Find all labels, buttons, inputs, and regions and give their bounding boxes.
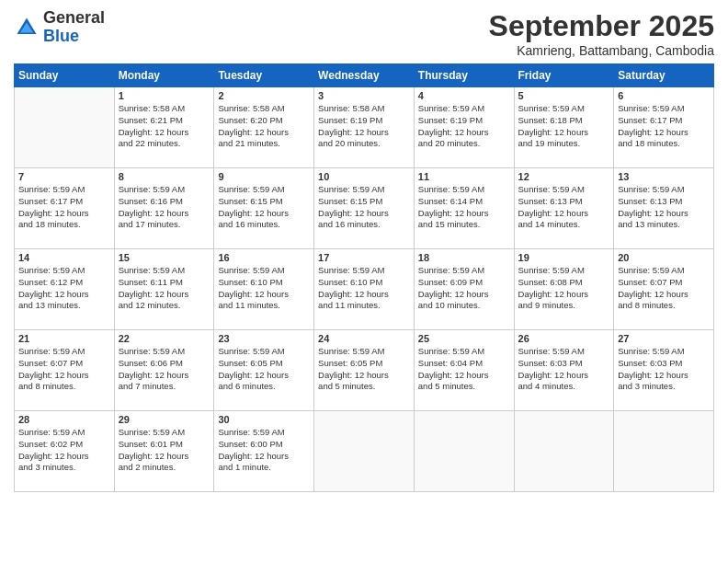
day-number: 28 bbox=[18, 414, 110, 425]
day-cell: 4Sunrise: 5:59 AM Sunset: 6:19 PM Daylig… bbox=[414, 87, 514, 168]
day-cell: 23Sunrise: 5:59 AM Sunset: 6:05 PM Dayli… bbox=[214, 330, 314, 411]
weekday-header-row: SundayMondayTuesdayWednesdayThursdayFrid… bbox=[15, 64, 714, 87]
weekday-wednesday: Wednesday bbox=[314, 64, 415, 87]
day-detail: Sunrise: 5:59 AM Sunset: 6:10 PM Dayligh… bbox=[218, 265, 310, 312]
day-number: 1 bbox=[119, 90, 210, 101]
day-detail: Sunrise: 5:59 AM Sunset: 6:13 PM Dayligh… bbox=[618, 184, 710, 231]
day-cell: 19Sunrise: 5:59 AM Sunset: 6:08 PM Dayli… bbox=[514, 249, 614, 330]
day-detail: Sunrise: 5:59 AM Sunset: 6:14 PM Dayligh… bbox=[418, 184, 510, 231]
day-detail: Sunrise: 5:59 AM Sunset: 6:10 PM Dayligh… bbox=[318, 265, 410, 312]
day-detail: Sunrise: 5:59 AM Sunset: 6:15 PM Dayligh… bbox=[318, 184, 410, 231]
day-detail: Sunrise: 5:59 AM Sunset: 6:11 PM Dayligh… bbox=[119, 265, 210, 312]
weekday-tuesday: Tuesday bbox=[214, 64, 314, 87]
weekday-sunday: Sunday bbox=[15, 64, 115, 87]
day-number: 18 bbox=[418, 252, 510, 263]
day-cell: 9Sunrise: 5:59 AM Sunset: 6:15 PM Daylig… bbox=[214, 168, 314, 249]
day-number: 22 bbox=[119, 333, 210, 344]
week-row-4: 21Sunrise: 5:59 AM Sunset: 6:07 PM Dayli… bbox=[15, 330, 714, 411]
day-cell: 3Sunrise: 5:58 AM Sunset: 6:19 PM Daylig… bbox=[314, 87, 415, 168]
day-detail: Sunrise: 5:59 AM Sunset: 6:15 PM Dayligh… bbox=[218, 184, 310, 231]
month-title: September 2025 bbox=[489, 9, 714, 43]
day-cell: 10Sunrise: 5:59 AM Sunset: 6:15 PM Dayli… bbox=[314, 168, 415, 249]
calendar-table: SundayMondayTuesdayWednesdayThursdayFrid… bbox=[14, 63, 714, 492]
page: General Blue September 2025 Kamrieng, Ba… bbox=[0, 0, 728, 563]
day-cell: 18Sunrise: 5:59 AM Sunset: 6:09 PM Dayli… bbox=[414, 249, 514, 330]
day-detail: Sunrise: 5:59 AM Sunset: 6:17 PM Dayligh… bbox=[618, 103, 710, 150]
day-cell: 7Sunrise: 5:59 AM Sunset: 6:17 PM Daylig… bbox=[15, 168, 115, 249]
day-cell: 2Sunrise: 5:58 AM Sunset: 6:20 PM Daylig… bbox=[214, 87, 314, 168]
day-number: 17 bbox=[318, 252, 410, 263]
day-number: 19 bbox=[518, 252, 610, 263]
day-cell: 17Sunrise: 5:59 AM Sunset: 6:10 PM Dayli… bbox=[314, 249, 415, 330]
day-cell: 26Sunrise: 5:59 AM Sunset: 6:03 PM Dayli… bbox=[514, 330, 614, 411]
day-number: 21 bbox=[18, 333, 110, 344]
day-number: 3 bbox=[318, 90, 410, 101]
day-number: 30 bbox=[218, 414, 310, 425]
day-cell: 21Sunrise: 5:59 AM Sunset: 6:07 PM Dayli… bbox=[15, 330, 115, 411]
day-cell: 30Sunrise: 5:59 AM Sunset: 6:00 PM Dayli… bbox=[214, 411, 314, 492]
day-detail: Sunrise: 5:59 AM Sunset: 6:04 PM Dayligh… bbox=[418, 346, 510, 393]
location: Kamrieng, Battambang, Cambodia bbox=[489, 43, 714, 58]
day-cell: 1Sunrise: 5:58 AM Sunset: 6:21 PM Daylig… bbox=[114, 87, 214, 168]
day-detail: Sunrise: 5:59 AM Sunset: 6:07 PM Dayligh… bbox=[618, 265, 710, 312]
day-number: 7 bbox=[18, 171, 110, 182]
day-number: 24 bbox=[318, 333, 410, 344]
day-number: 16 bbox=[218, 252, 310, 263]
day-cell: 8Sunrise: 5:59 AM Sunset: 6:16 PM Daylig… bbox=[114, 168, 214, 249]
day-detail: Sunrise: 5:59 AM Sunset: 6:19 PM Dayligh… bbox=[418, 103, 510, 150]
logo: General Blue bbox=[14, 9, 105, 46]
logo-text: General Blue bbox=[43, 9, 105, 46]
day-cell bbox=[414, 411, 514, 492]
day-number: 4 bbox=[418, 90, 510, 101]
day-cell bbox=[15, 87, 115, 168]
day-detail: Sunrise: 5:58 AM Sunset: 6:21 PM Dayligh… bbox=[119, 103, 210, 150]
day-cell: 20Sunrise: 5:59 AM Sunset: 6:07 PM Dayli… bbox=[614, 249, 714, 330]
logo-general: General bbox=[43, 9, 105, 28]
day-cell: 5Sunrise: 5:59 AM Sunset: 6:18 PM Daylig… bbox=[514, 87, 614, 168]
day-detail: Sunrise: 5:59 AM Sunset: 6:02 PM Dayligh… bbox=[18, 427, 110, 474]
logo-blue: Blue bbox=[43, 28, 105, 46]
week-row-5: 28Sunrise: 5:59 AM Sunset: 6:02 PM Dayli… bbox=[15, 411, 714, 492]
day-number: 10 bbox=[318, 171, 410, 182]
week-row-3: 14Sunrise: 5:59 AM Sunset: 6:12 PM Dayli… bbox=[15, 249, 714, 330]
week-row-1: 1Sunrise: 5:58 AM Sunset: 6:21 PM Daylig… bbox=[15, 87, 714, 168]
day-detail: Sunrise: 5:59 AM Sunset: 6:13 PM Dayligh… bbox=[518, 184, 610, 231]
day-number: 23 bbox=[218, 333, 310, 344]
day-detail: Sunrise: 5:59 AM Sunset: 6:00 PM Dayligh… bbox=[218, 427, 310, 474]
day-detail: Sunrise: 5:59 AM Sunset: 6:05 PM Dayligh… bbox=[218, 346, 310, 393]
day-cell: 27Sunrise: 5:59 AM Sunset: 6:03 PM Dayli… bbox=[614, 330, 714, 411]
day-number: 26 bbox=[518, 333, 610, 344]
day-number: 20 bbox=[618, 252, 710, 263]
day-cell: 15Sunrise: 5:59 AM Sunset: 6:11 PM Dayli… bbox=[114, 249, 214, 330]
day-detail: Sunrise: 5:59 AM Sunset: 6:17 PM Dayligh… bbox=[18, 184, 110, 231]
day-detail: Sunrise: 5:59 AM Sunset: 6:05 PM Dayligh… bbox=[318, 346, 410, 393]
day-number: 13 bbox=[618, 171, 710, 182]
day-detail: Sunrise: 5:58 AM Sunset: 6:20 PM Dayligh… bbox=[218, 103, 310, 150]
day-number: 6 bbox=[618, 90, 710, 101]
day-cell: 11Sunrise: 5:59 AM Sunset: 6:14 PM Dayli… bbox=[414, 168, 514, 249]
day-cell: 16Sunrise: 5:59 AM Sunset: 6:10 PM Dayli… bbox=[214, 249, 314, 330]
day-cell: 24Sunrise: 5:59 AM Sunset: 6:05 PM Dayli… bbox=[314, 330, 415, 411]
weekday-monday: Monday bbox=[114, 64, 214, 87]
weekday-thursday: Thursday bbox=[414, 64, 514, 87]
logo-icon bbox=[14, 15, 40, 40]
day-cell: 13Sunrise: 5:59 AM Sunset: 6:13 PM Dayli… bbox=[614, 168, 714, 249]
day-detail: Sunrise: 5:59 AM Sunset: 6:16 PM Dayligh… bbox=[119, 184, 210, 231]
day-number: 12 bbox=[518, 171, 610, 182]
day-cell bbox=[514, 411, 614, 492]
header: General Blue September 2025 Kamrieng, Ba… bbox=[14, 9, 714, 58]
day-detail: Sunrise: 5:58 AM Sunset: 6:19 PM Dayligh… bbox=[318, 103, 410, 150]
weekday-friday: Friday bbox=[514, 64, 614, 87]
day-detail: Sunrise: 5:59 AM Sunset: 6:03 PM Dayligh… bbox=[518, 346, 610, 393]
day-detail: Sunrise: 5:59 AM Sunset: 6:12 PM Dayligh… bbox=[18, 265, 110, 312]
week-row-2: 7Sunrise: 5:59 AM Sunset: 6:17 PM Daylig… bbox=[15, 168, 714, 249]
day-cell bbox=[614, 411, 714, 492]
day-cell: 6Sunrise: 5:59 AM Sunset: 6:17 PM Daylig… bbox=[614, 87, 714, 168]
day-detail: Sunrise: 5:59 AM Sunset: 6:09 PM Dayligh… bbox=[418, 265, 510, 312]
day-number: 25 bbox=[418, 333, 510, 344]
day-number: 29 bbox=[119, 414, 210, 425]
day-cell: 28Sunrise: 5:59 AM Sunset: 6:02 PM Dayli… bbox=[15, 411, 115, 492]
title-block: September 2025 Kamrieng, Battambang, Cam… bbox=[489, 9, 714, 58]
day-number: 11 bbox=[418, 171, 510, 182]
day-cell: 12Sunrise: 5:59 AM Sunset: 6:13 PM Dayli… bbox=[514, 168, 614, 249]
